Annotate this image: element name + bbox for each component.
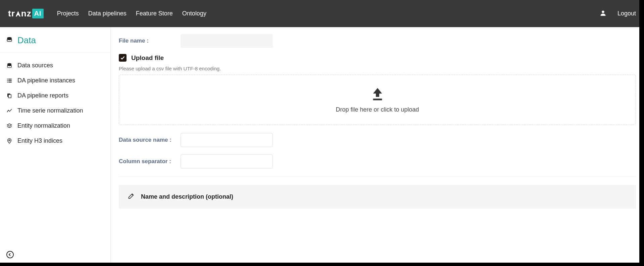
dropzone-text: Drop file here or click to upload: [336, 106, 419, 113]
layout: Data Data sources: [0, 27, 644, 266]
svg-rect-8: [8, 82, 12, 82]
svg-rect-4: [8, 79, 12, 79]
upload-note: Please upload a csv file with UTF-8 enco…: [119, 66, 636, 71]
sidebar-collapse-button[interactable]: [6, 251, 14, 260]
sidebar-items: Data sources DA pipeline instances: [0, 53, 110, 154]
svg-rect-6: [8, 80, 12, 81]
topbar: tr nz AI Projects Data pipelines Feature…: [0, 0, 644, 27]
sidebar-item-time-serie-normalization[interactable]: Time serie normalization: [0, 103, 110, 118]
top-nav: Projects Data pipelines Feature Store On…: [57, 10, 206, 17]
file-name-input: [181, 34, 273, 48]
sidebar-item-label: Data sources: [17, 62, 53, 69]
data-source-name-label: Data source name :: [119, 137, 172, 143]
sidebar-item-da-pipeline-instances[interactable]: DA pipeline instances: [0, 73, 110, 88]
column-separator-label: Column separator :: [119, 158, 172, 165]
svg-rect-14: [373, 98, 382, 100]
database-icon: [6, 63, 13, 69]
brand-ai-box: AI: [32, 9, 44, 18]
upload-file-title: Upload file: [131, 54, 164, 62]
svg-point-13: [7, 251, 13, 258]
sidebar-item-entity-normalization[interactable]: Entity normalization: [0, 118, 110, 133]
sidebar-header: Data: [0, 27, 110, 53]
edit-icon: [128, 192, 135, 201]
sidebar-item-label: Entity normalization: [17, 122, 70, 129]
list-icon: [6, 78, 13, 84]
map-pin-icon: [6, 138, 13, 144]
column-separator-row: Column separator :: [119, 154, 636, 169]
sidebar-title: Data: [17, 35, 36, 46]
sidebar-item-da-pipeline-reports[interactable]: DA pipeline reports: [0, 88, 110, 103]
chart-line-icon: [6, 108, 13, 114]
upload-file-heading: Upload file: [119, 54, 636, 62]
sidebar-item-label: Time serie normalization: [17, 107, 83, 114]
brand-a-icon: [14, 10, 22, 17]
name-description-section[interactable]: Name and description (optional): [119, 185, 636, 209]
name-description-title: Name and description (optional): [141, 193, 233, 200]
svg-rect-5: [7, 80, 8, 81]
topbar-right: Logout: [599, 9, 636, 18]
bottom-strip: [0, 263, 644, 266]
svg-rect-10: [8, 94, 11, 98]
file-name-label: File name :: [119, 38, 172, 44]
right-strip: [639, 0, 644, 266]
nav-ontology[interactable]: Ontology: [182, 10, 206, 17]
svg-point-12: [9, 139, 10, 141]
data-source-name-input[interactable]: [181, 133, 273, 147]
sidebar-item-data-sources[interactable]: Data sources: [0, 58, 110, 73]
nav-data-pipelines[interactable]: Data pipelines: [88, 10, 127, 17]
data-source-name-row: Data source name :: [119, 133, 636, 147]
brand-logo[interactable]: tr nz AI: [8, 8, 44, 19]
sidebar-item-label: Entity H3 indices: [17, 137, 62, 144]
user-icon[interactable]: [599, 9, 607, 18]
svg-rect-3: [7, 79, 8, 79]
file-dropzone[interactable]: Drop file here or click to upload: [119, 75, 636, 125]
divider: [119, 177, 636, 177]
svg-marker-11: [7, 124, 12, 126]
checked-box-icon: [119, 54, 127, 62]
main-content: File name : Upload file Please upload a …: [111, 27, 644, 266]
brand-text-pre: tr: [8, 8, 15, 19]
nav-feature-store[interactable]: Feature Store: [136, 10, 173, 17]
sidebar-item-label: DA pipeline instances: [17, 77, 75, 84]
layers-icon: [6, 123, 13, 129]
svg-rect-7: [7, 82, 8, 82]
upload-icon: [371, 87, 384, 102]
svg-point-0: [602, 10, 604, 13]
brand-text-mid: nz: [21, 8, 32, 19]
nav-projects[interactable]: Projects: [57, 10, 79, 17]
sidebar: Data Data sources: [0, 27, 111, 266]
file-name-row: File name :: [119, 34, 636, 48]
sidebar-item-entity-h3-indices[interactable]: Entity H3 indices: [0, 133, 110, 148]
logout-link[interactable]: Logout: [617, 10, 636, 17]
copy-icon: [6, 93, 13, 99]
sidebar-title-icon: [6, 37, 13, 45]
sidebar-item-label: DA pipeline reports: [17, 92, 68, 99]
column-separator-input[interactable]: [181, 154, 273, 169]
